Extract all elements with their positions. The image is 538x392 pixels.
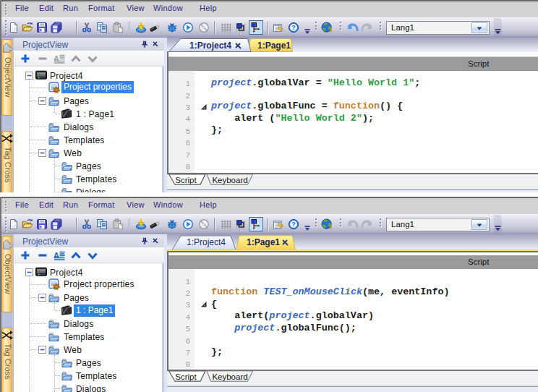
svg-text:?: ? [291,220,296,228]
svg-text:?: ? [291,23,296,31]
svg-text:Keyboard: Keyboard [212,176,247,184]
svg-text:A: A [54,251,59,260]
svg-text:Script: Script [175,372,197,381]
svg-text:Keyboard: Keyboard [212,372,247,381]
svg-text:Script: Script [175,176,197,184]
